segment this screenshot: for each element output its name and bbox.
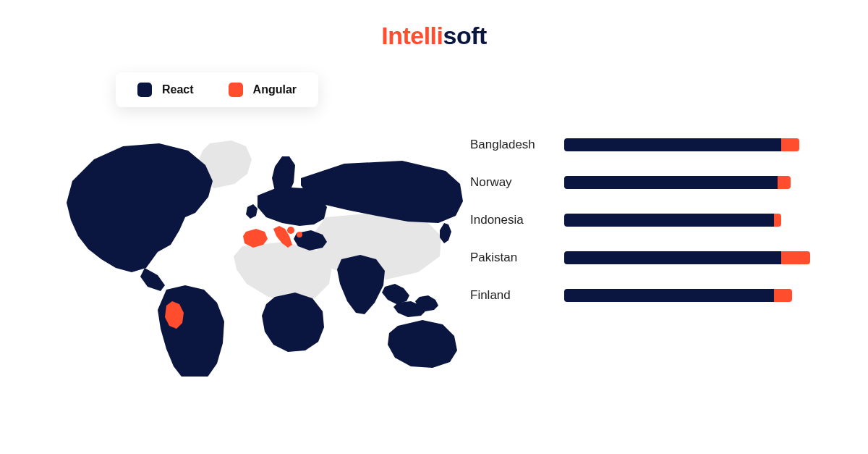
bar-row: Bangladesh xyxy=(470,138,817,152)
bar-segment-react xyxy=(564,176,778,189)
bar-segment-angular xyxy=(778,176,791,189)
map-svg xyxy=(58,138,463,377)
legend-item-react: React xyxy=(137,83,194,97)
brand-logo: Intellisoft xyxy=(381,22,487,50)
bar-track xyxy=(564,251,810,264)
bar-track xyxy=(564,214,781,227)
bar-segment-react xyxy=(564,214,774,227)
swatch-react xyxy=(137,83,152,97)
swatch-angular xyxy=(229,83,243,97)
bar-label: Indonesia xyxy=(470,213,550,227)
bar-row: Indonesia xyxy=(470,213,817,227)
legend-label: Angular xyxy=(253,83,297,96)
bar-segment-angular xyxy=(781,251,810,264)
bar-segment-angular xyxy=(774,289,792,302)
bar-track xyxy=(564,138,799,151)
world-map xyxy=(58,138,463,377)
bar-row: Pakistan xyxy=(470,251,817,265)
bar-track xyxy=(564,176,791,189)
brand-part1: Intelli xyxy=(381,22,443,49)
bar-segment-react xyxy=(564,289,774,302)
bar-segment-angular xyxy=(774,214,781,227)
legend-label: React xyxy=(162,83,194,96)
bar-row: Finland xyxy=(470,288,817,303)
bar-segment-angular xyxy=(781,138,799,151)
legend: React Angular xyxy=(116,72,318,107)
legend-item-angular: Angular xyxy=(229,83,297,97)
bar-label: Pakistan xyxy=(470,251,550,265)
bar-track xyxy=(564,289,792,302)
bar-segment-react xyxy=(564,138,781,151)
brand-part2: soft xyxy=(443,22,486,49)
bar-segment-react xyxy=(564,251,781,264)
bar-row: Norway xyxy=(470,175,817,190)
bar-label: Bangladesh xyxy=(470,138,550,152)
bar-label: Finland xyxy=(470,288,550,303)
bar-chart: Bangladesh Norway Indonesia Pakistan Fin… xyxy=(470,138,817,303)
bar-label: Norway xyxy=(470,175,550,190)
svg-point-0 xyxy=(287,227,294,234)
svg-point-1 xyxy=(297,232,302,237)
